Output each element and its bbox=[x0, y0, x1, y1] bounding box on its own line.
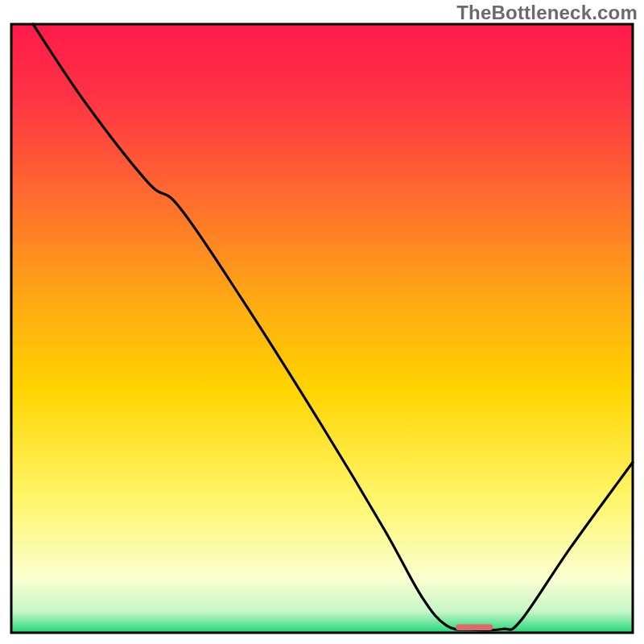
chart-container: TheBottleneck.com bbox=[0, 0, 644, 644]
plot-background bbox=[11, 24, 633, 633]
plot-area bbox=[11, 24, 633, 633]
bottleneck-chart bbox=[0, 0, 644, 644]
optimal-marker bbox=[456, 624, 493, 630]
watermark-text: TheBottleneck.com bbox=[456, 2, 638, 24]
